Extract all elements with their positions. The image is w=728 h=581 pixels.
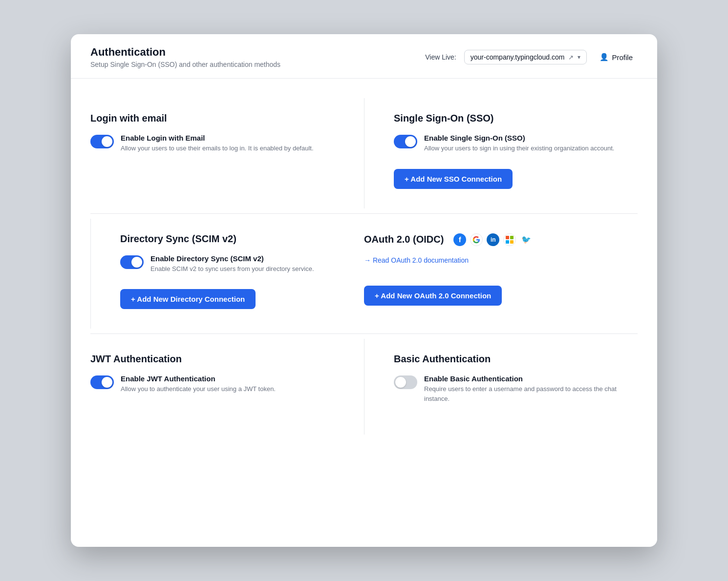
basic-auth-title: Basic Authentication <box>394 353 618 365</box>
main-window: Authentication Setup Single Sign-On (SSO… <box>71 34 657 547</box>
page-title: Authentication <box>90 46 280 59</box>
login-email-toggle-label: Enable Login with Email <box>121 134 314 142</box>
sso-toggle-text: Enable Single Sign-On (SSO) Allow your u… <box>424 134 615 153</box>
sections-grid: Login with email Enable Login with Email… <box>90 98 638 435</box>
oauth-icons: f in <box>453 233 533 246</box>
basic-auth-toggle-row: Enable Basic Authentication Require user… <box>394 374 618 403</box>
sso-toggle-row: Enable Single Sign-On (SSO) Allow your u… <box>394 134 618 153</box>
add-sso-connection-button[interactable]: + Add New SSO Connection <box>394 169 513 189</box>
linkedin-icon: in <box>487 233 499 246</box>
sso-toggle[interactable] <box>394 135 417 148</box>
add-oauth-connection-button[interactable]: + Add New OAuth 2.0 Connection <box>364 286 502 306</box>
jwt-toggle-text: Enable JWT Authentication Allow you to a… <box>121 374 276 394</box>
twitter-icon: 🐦 <box>520 233 533 246</box>
content-area: Login with email Enable Login with Email… <box>71 79 657 454</box>
url-selector[interactable]: your-company.typingcloud.com ↗ ▾ <box>464 50 587 64</box>
section-divider-2 <box>90 333 638 334</box>
sso-toggle-label: Enable Single Sign-On (SSO) <box>424 134 615 142</box>
oauth-section: OAuth 2.0 (OIDC) f <box>364 219 638 329</box>
oauth-title: OAuth 2.0 (OIDC) <box>364 234 444 245</box>
directory-sync-toggle-text: Enable Directory Sync (SCIM v2) Enable S… <box>150 254 314 274</box>
jwt-section: JWT Authentication Enable JWT Authentica… <box>90 339 364 435</box>
microsoft-icon <box>503 233 516 246</box>
login-email-toggle-text: Enable Login with Email Allow your users… <box>121 134 314 153</box>
oauth-title-row: OAuth 2.0 (OIDC) f <box>364 233 618 246</box>
basic-auth-toggle-desc: Require users to enter a username and pa… <box>424 384 618 403</box>
jwt-title: JWT Authentication <box>90 353 344 365</box>
view-live-label: View Live: <box>425 53 456 61</box>
login-email-title: Login with email <box>90 113 344 124</box>
section-divider-1 <box>90 213 638 214</box>
sso-section: Single Sign-On (SSO) Enable Single Sign-… <box>364 98 638 208</box>
basic-auth-section: Basic Authentication Enable Basic Authen… <box>364 339 638 435</box>
oauth-doc-link[interactable]: → Read OAuth 2.0 documentation <box>364 256 469 264</box>
sso-toggle-desc: Allow your users to sign in using their … <box>424 144 615 153</box>
directory-sync-toggle-desc: Enable SCIM v2 to sync users from your d… <box>150 264 314 274</box>
basic-auth-toggle-text: Enable Basic Authentication Require user… <box>424 374 618 403</box>
header-right: View Live: your-company.typingcloud.com … <box>425 50 638 64</box>
directory-sync-toggle-row: Enable Directory Sync (SCIM v2) Enable S… <box>120 254 344 274</box>
jwt-toggle-desc: Allow you to authenticate your user usin… <box>121 384 276 394</box>
external-link-icon: ↗ <box>568 54 574 61</box>
page-subtitle: Setup Single Sign-On (SSO) and other aut… <box>90 61 280 68</box>
login-email-toggle-desc: Allow your users to use their emails to … <box>121 144 314 153</box>
profile-button[interactable]: 👤 Profile <box>595 50 638 64</box>
login-email-section: Login with email Enable Login with Email… <box>90 98 364 208</box>
url-text: your-company.typingcloud.com <box>471 53 565 61</box>
login-email-toggle[interactable] <box>90 135 114 148</box>
user-icon: 👤 <box>600 53 609 62</box>
directory-sync-section: Directory Sync (SCIM v2) Enable Director… <box>90 219 364 329</box>
login-email-toggle-row: Enable Login with Email Allow your users… <box>90 134 344 153</box>
header-left: Authentication Setup Single Sign-On (SSO… <box>90 46 280 68</box>
sso-title: Single Sign-On (SSO) <box>394 113 618 124</box>
directory-sync-title: Directory Sync (SCIM v2) <box>120 233 344 245</box>
basic-auth-toggle[interactable] <box>394 375 417 389</box>
directory-sync-toggle-label: Enable Directory Sync (SCIM v2) <box>150 254 314 263</box>
jwt-toggle-label: Enable JWT Authentication <box>121 374 276 383</box>
header: Authentication Setup Single Sign-On (SSO… <box>71 34 657 79</box>
directory-sync-toggle[interactable] <box>120 255 144 269</box>
chevron-down-icon: ▾ <box>578 54 580 61</box>
profile-label: Profile <box>612 53 633 62</box>
jwt-toggle-row: Enable JWT Authentication Allow you to a… <box>90 374 344 394</box>
jwt-toggle[interactable] <box>90 375 114 389</box>
google-icon <box>470 233 483 246</box>
add-directory-connection-button[interactable]: + Add New Directory Connection <box>120 289 256 309</box>
facebook-icon: f <box>453 233 466 246</box>
basic-auth-toggle-label: Enable Basic Authentication <box>424 374 618 383</box>
